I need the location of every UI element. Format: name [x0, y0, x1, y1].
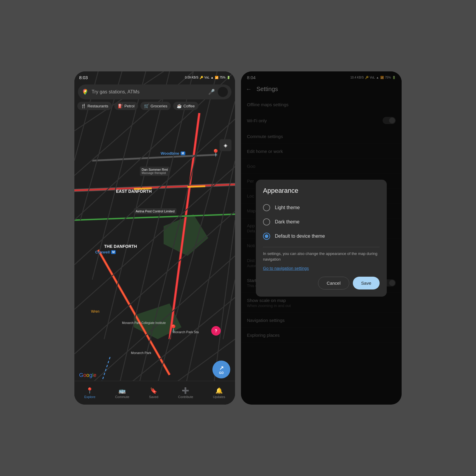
light-theme-label: Light theme — [275, 205, 300, 210]
dialog-title: Appearance — [263, 187, 380, 195]
go-label: GO — [219, 371, 224, 375]
device-theme-label: Default to device theme — [275, 234, 325, 239]
restaurants-icon: 🍴 — [81, 104, 86, 108]
nav-updates[interactable]: 🔔 Updates — [213, 387, 225, 399]
groceries-icon: 🛒 — [144, 104, 149, 108]
groceries-label: Groceries — [151, 104, 167, 108]
east-danforth-label: EAST DANFORTH — [116, 189, 152, 194]
radio-dark[interactable] — [263, 218, 270, 226]
navigation-settings-link[interactable]: Go to navigation settings — [263, 266, 380, 271]
save-button[interactable]: Save — [353, 277, 380, 289]
go-button[interactable]: ↗ GO — [212, 361, 230, 378]
value-pin[interactable]: 📍 — [211, 149, 220, 157]
cancel-button[interactable]: Cancel — [318, 277, 349, 289]
maps-panel: EAST DANFORTH THE DANFORTH Woodbine M Co… — [74, 71, 235, 405]
search-placeholder: Try gas stations, ATMs — [92, 89, 205, 95]
pill-groceries[interactable]: 🛒 Groceries — [140, 102, 171, 110]
dialog-note: In settings, you can also change the app… — [263, 251, 380, 262]
coxwell-metro-badge: M — [111, 250, 116, 254]
contribute-icon: ➕ — [182, 387, 189, 394]
google-maps-logo — [82, 88, 89, 95]
user-avatar[interactable] — [218, 87, 228, 97]
radio-light[interactable] — [263, 204, 270, 211]
commute-icon: 🚌 — [118, 387, 126, 394]
aetna-pin[interactable]: Aetna Pest Control Limited — [134, 208, 176, 214]
layer-button[interactable]: ◈ — [220, 139, 231, 151]
option-device[interactable]: Default to device theme — [263, 229, 380, 243]
wren-label: Wren — [91, 309, 99, 314]
option-dark[interactable]: Dark theme — [263, 215, 380, 229]
pill-petrol[interactable]: ⛽ Petrol — [114, 102, 138, 110]
monarch-green-pin[interactable]: 📍 — [169, 324, 178, 333]
saved-icon: 🔖 — [150, 387, 157, 394]
option-light[interactable]: Light theme — [263, 201, 380, 215]
dialog-overlay: Appearance Light theme Dark theme Defaul… — [241, 71, 402, 405]
dan-sommer-pin[interactable]: Dan Sommer Rmt Massage therapist — [140, 167, 170, 176]
petrol-icon: ⛽ — [118, 104, 123, 108]
search-bar[interactable]: Try gas stations, ATMs 🎤 — [78, 84, 231, 99]
contribute-label: Contribute — [178, 395, 193, 399]
coxwell-station[interactable]: Coxwell M — [95, 250, 116, 254]
explore-label: Explore — [84, 395, 95, 399]
dialog-divider — [263, 247, 380, 247]
restaurants-label: Restaurants — [87, 104, 108, 108]
saved-label: Saved — [149, 395, 158, 399]
status-bar-left: 8:03 0.09 KB/S 🔑 VoL ▲ 📶 75% 🔋 — [74, 71, 235, 83]
updates-label: Updates — [213, 395, 225, 399]
dialog-buttons: Cancel Save — [263, 277, 380, 289]
category-pills-row: 🍴 Restaurants ⛽ Petrol 🛒 Groceries ☕ Cof… — [77, 102, 232, 110]
question-pin[interactable]: ? — [211, 326, 221, 336]
nav-contribute[interactable]: ➕ Contribute — [178, 387, 193, 399]
metro-badge: M — [181, 151, 185, 155]
petrol-label: Petrol — [124, 104, 134, 108]
bottom-nav: 📍 Explore 🚌 Commute 🔖 Saved ➕ Contribute… — [74, 381, 235, 405]
radio-device[interactable] — [263, 233, 270, 240]
coffee-icon: ☕ — [177, 104, 182, 108]
monarch-collegiate-label: Monarch Park Collegiate Institute — [122, 321, 166, 325]
nav-explore[interactable]: 📍 Explore — [84, 387, 95, 399]
explore-icon: 📍 — [86, 387, 93, 394]
woodbine-station[interactable]: Woodbine M — [161, 151, 185, 156]
pill-coffee[interactable]: ☕ Coffee — [173, 102, 198, 110]
go-arrow-icon: ↗ — [219, 365, 224, 371]
settings-panel: 8:04 10.4 KB/S 🔑 VoL ▲ 📶 75% 🔋 ← Setting… — [241, 71, 402, 405]
svg-line-33 — [187, 186, 205, 187]
time-left: 8:03 — [79, 75, 88, 80]
nav-saved[interactable]: 🔖 Saved — [149, 387, 158, 399]
mic-icon[interactable]: 🎤 — [208, 89, 215, 95]
status-icons-left: 0.09 KB/S 🔑 VoL ▲ 📶 75% 🔋 — [185, 76, 230, 79]
map-background[interactable]: EAST DANFORTH THE DANFORTH Woodbine M Co… — [74, 71, 235, 405]
svg-point-34 — [84, 90, 86, 92]
google-logo: Google — [79, 372, 96, 378]
coffee-label: Coffee — [183, 104, 195, 108]
monarch-park-label: Monarch Park — [131, 351, 151, 355]
pill-restaurants[interactable]: 🍴 Restaurants — [77, 102, 112, 110]
dark-theme-label: Dark theme — [275, 219, 300, 225]
nav-commute[interactable]: 🚌 Commute — [115, 387, 129, 399]
commute-label: Commute — [115, 395, 129, 399]
updates-icon: 🔔 — [215, 387, 223, 394]
the-danforth-label: THE DANFORTH — [104, 244, 137, 249]
appearance-dialog: Appearance Light theme Dark theme Defaul… — [256, 180, 387, 297]
